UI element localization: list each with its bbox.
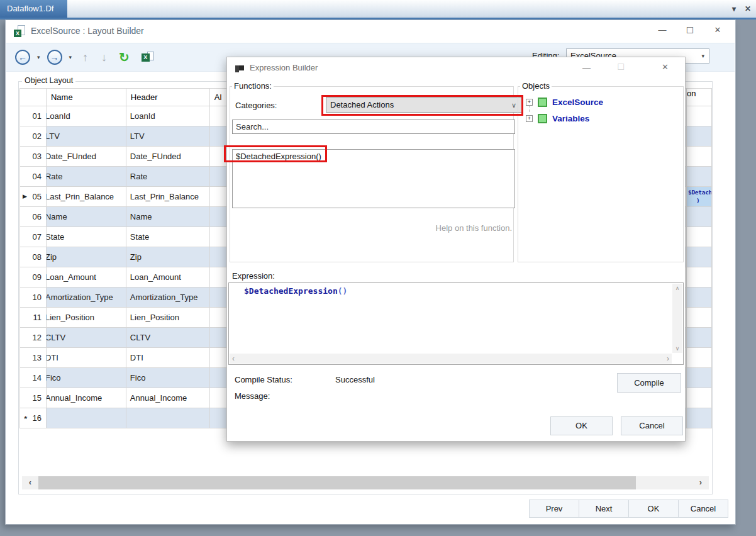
tab-dataflow1[interactable]: Dataflow1.Df — [0, 0, 67, 18]
dialog-ok-button[interactable]: OK — [550, 416, 613, 435]
row-header[interactable]: 13 — [20, 348, 47, 368]
row-header[interactable]: 10 — [20, 288, 47, 308]
header-cell[interactable]: Lien_Position — [126, 308, 210, 328]
back-icon[interactable]: ← — [15, 50, 30, 65]
editor-vertical-scrollbar[interactable]: ∧ ∨ — [672, 284, 682, 353]
excel-export-icon[interactable]: X — [142, 52, 154, 63]
move-down-icon[interactable]: ↓ — [101, 51, 107, 64]
row-header[interactable]: 03 — [20, 147, 47, 167]
header-cell[interactable]: LoanId — [126, 106, 210, 126]
header-cell[interactable]: Zip — [126, 247, 210, 267]
expression-cell[interactable] — [687, 267, 712, 288]
expression-cell[interactable] — [687, 147, 712, 167]
expression-cell[interactable] — [687, 207, 712, 227]
expression-cell[interactable] — [687, 308, 712, 328]
name-cell[interactable]: Name — [47, 207, 126, 227]
expression-cell[interactable] — [687, 167, 712, 187]
name-cell[interactable]: Fico — [47, 368, 126, 388]
search-input[interactable] — [232, 120, 515, 134]
scroll-left-icon[interactable]: ‹ — [232, 354, 235, 363]
expression-cell[interactable] — [687, 126, 712, 147]
scroll-right-icon[interactable]: › — [667, 354, 669, 363]
name-cell[interactable]: LTV — [47, 126, 126, 147]
column-header-header[interactable]: Header — [126, 89, 210, 106]
expand-icon[interactable]: + — [526, 115, 533, 122]
back-dropdown-icon[interactable]: ▾ — [37, 54, 40, 60]
name-cell[interactable]: Date_FUnded — [47, 147, 126, 167]
ok-button[interactable]: OK — [628, 500, 679, 518]
row-header[interactable]: 15 — [20, 388, 47, 408]
name-cell[interactable]: State — [47, 227, 126, 247]
dialog-cancel-button[interactable]: Cancel — [621, 416, 683, 435]
tab-list-dropdown-icon[interactable]: ▾ — [732, 4, 736, 13]
compile-button[interactable]: Compile — [617, 373, 681, 393]
name-cell[interactable] — [47, 408, 126, 428]
row-header[interactable]: 02 — [20, 126, 47, 147]
row-header[interactable]: 11 — [20, 308, 47, 328]
expression-cell[interactable] — [687, 288, 712, 308]
tree-node-variables[interactable]: + Variables — [526, 112, 589, 125]
scroll-down-icon[interactable]: ∨ — [672, 345, 682, 352]
row-header[interactable]: 06 — [20, 207, 47, 227]
cancel-button[interactable]: Cancel — [678, 500, 728, 518]
row-header-column[interactable] — [20, 89, 47, 106]
expression-cell[interactable]: $Detache) — [687, 187, 712, 207]
scroll-right-icon[interactable]: › — [692, 476, 709, 489]
tree-node-excelsource[interactable]: + ExcelSource — [526, 96, 603, 108]
header-cell[interactable]: Loan_Amount — [126, 267, 210, 288]
tab-close-icon[interactable]: ✕ — [745, 4, 751, 13]
row-header[interactable]: 07 — [20, 227, 47, 247]
scrollbar-thumb[interactable] — [38, 476, 636, 489]
expression-cell[interactable] — [687, 328, 712, 348]
minimize-button[interactable]: — — [648, 21, 676, 39]
header-cell[interactable]: DTI — [126, 348, 210, 368]
header-cell[interactable]: Amortization_Type — [126, 288, 210, 308]
name-cell[interactable]: Annual_Income — [47, 388, 126, 408]
name-cell[interactable]: Loan_Amount — [47, 267, 126, 288]
move-up-icon[interactable]: ↑ — [82, 51, 88, 64]
header-cell[interactable]: LTV — [126, 126, 210, 147]
row-header[interactable]: ▶05 — [20, 187, 47, 207]
prev-button[interactable]: Prev — [529, 500, 579, 518]
refresh-icon[interactable]: ↻ — [119, 50, 130, 65]
name-cell[interactable]: DTI — [47, 348, 126, 368]
header-cell[interactable]: Annual_Income — [126, 388, 210, 408]
column-header-expression[interactable]: on — [687, 89, 712, 106]
expression-cell[interactable] — [687, 368, 712, 388]
name-cell[interactable]: Amortization_Type — [47, 288, 126, 308]
scroll-up-icon[interactable]: ∧ — [672, 285, 682, 291]
column-header-name[interactable]: Name — [47, 89, 126, 106]
expression-cell[interactable] — [687, 227, 712, 247]
expression-cell[interactable] — [687, 348, 712, 368]
header-cell[interactable]: Fico — [126, 368, 210, 388]
row-header[interactable]: 14 — [20, 368, 47, 388]
dialog-close-icon[interactable]: ✕ — [662, 62, 669, 72]
expression-cell[interactable] — [687, 106, 712, 126]
forward-icon[interactable]: → — [47, 50, 62, 65]
expression-cell[interactable] — [687, 247, 712, 267]
row-header[interactable]: 04 — [20, 167, 47, 187]
expression-editor[interactable]: $DetachedExpression() ∧ ∨ ‹ › — [228, 282, 684, 365]
header-cell[interactable] — [126, 408, 210, 428]
row-header[interactable]: 08 — [20, 247, 47, 267]
name-cell[interactable]: LoanId — [47, 106, 126, 126]
next-button[interactable]: Next — [579, 500, 629, 518]
header-cell[interactable]: Date_FUnded — [126, 147, 210, 167]
help-link[interactable]: Help on this function. — [230, 223, 512, 233]
row-header[interactable]: *16 — [20, 408, 47, 428]
name-cell[interactable]: Zip — [47, 247, 126, 267]
forward-dropdown-icon[interactable]: ▾ — [69, 54, 72, 60]
header-cell[interactable]: Name — [126, 207, 210, 227]
name-cell[interactable]: Lien_Position — [47, 308, 126, 328]
row-header[interactable]: 09 — [20, 267, 47, 288]
dialog-minimize-icon[interactable]: — — [582, 63, 591, 72]
maximize-button[interactable]: ☐ — [676, 21, 704, 39]
row-header[interactable]: 01 — [20, 106, 47, 126]
close-button[interactable]: ✕ — [704, 21, 731, 39]
row-header[interactable]: 12 — [20, 328, 47, 348]
name-cell[interactable]: Rate — [47, 167, 126, 187]
header-cell[interactable]: Last_Prin_Balance — [126, 187, 210, 207]
name-cell[interactable]: Last_Prin_Balance — [47, 187, 126, 207]
name-cell[interactable]: CLTV — [47, 328, 126, 348]
header-cell[interactable]: Rate — [126, 167, 210, 187]
